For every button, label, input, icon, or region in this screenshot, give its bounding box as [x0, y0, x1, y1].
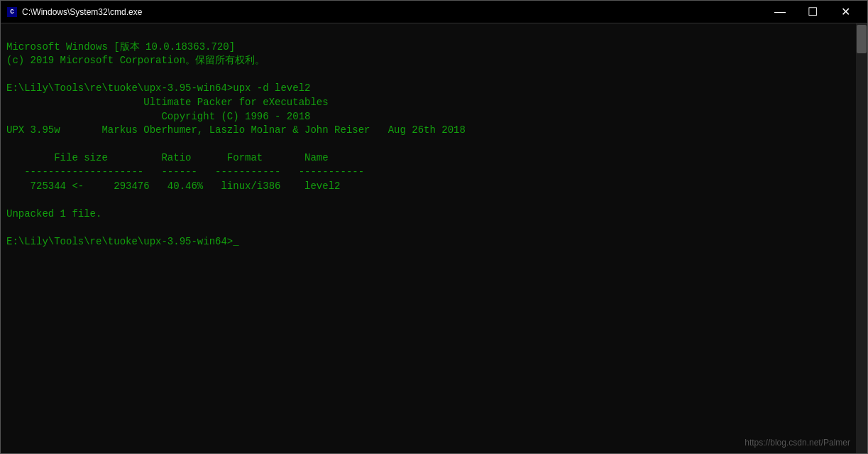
minimize-button[interactable]: —	[764, 1, 796, 23]
line-7: UPX 3.95w Markus Oberhumer, Laszlo Molna…	[6, 124, 466, 136]
close-button[interactable]: ✕	[829, 1, 862, 23]
line-3	[6, 69, 12, 80]
window-title: C:\Windows\System32\cmd.exe	[22, 7, 142, 17]
line-1: Microsoft Windows [版本 10.0.18363.720]	[6, 41, 235, 53]
line-9: File size Ratio Format Name	[6, 152, 329, 163]
cmd-icon: C	[7, 7, 17, 17]
line-15: E:\Lily\Tools\re\tuoke\upx-3.95-win64>_	[6, 236, 239, 247]
line-14	[6, 222, 12, 233]
line-8	[6, 139, 12, 150]
title-bar: C C:\Windows\System32\cmd.exe — ☐ ✕	[1, 1, 867, 23]
watermark: https://blog.csdn.net/Palmer	[745, 438, 850, 448]
line-5: Ultimate Packer for eXecutables	[6, 97, 329, 108]
scrollbar-thumb[interactable]	[857, 25, 867, 53]
title-bar-left: C C:\Windows\System32\cmd.exe	[6, 6, 764, 18]
line-12	[6, 194, 12, 205]
terminal-body[interactable]: Microsoft Windows [版本 10.0.18363.720] (c…	[1, 23, 867, 453]
line-11: 725344 <- 293476 40.46% linux/i386 level…	[6, 180, 340, 192]
line-13: Unpacked 1 file.	[6, 208, 101, 220]
cmd-icon-container: C	[6, 6, 18, 18]
line-4: E:\Lily\Tools\re\tuoke\upx-3.95-win64>up…	[6, 82, 310, 94]
line-6: Copyright (C) 1996 - 2018	[6, 111, 310, 122]
window-controls: — ☐ ✕	[764, 1, 862, 23]
maximize-button[interactable]: ☐	[796, 1, 829, 23]
terminal-content: Microsoft Windows [版本 10.0.18363.720] (c…	[6, 26, 862, 263]
line-2: (c) 2019 Microsoft Corporation。保留所有权利。	[6, 55, 265, 66]
line-10: -------------------- ------ ----------- …	[6, 166, 364, 178]
scrollbar[interactable]	[856, 23, 867, 453]
cmd-window: C C:\Windows\System32\cmd.exe — ☐ ✕ Micr…	[0, 0, 868, 454]
